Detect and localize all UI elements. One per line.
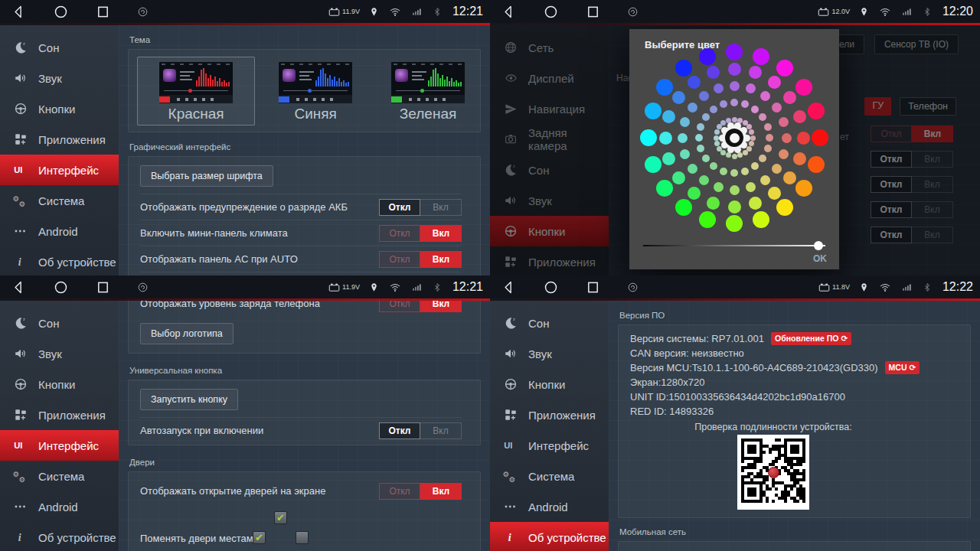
color-dot[interactable] xyxy=(768,187,781,200)
sidebar-item-info[interactable]: iОб устройстве xyxy=(0,246,119,276)
color-dot[interactable] xyxy=(688,187,701,200)
sidebar-item-steering[interactable]: Кнопки xyxy=(0,93,119,124)
sidebar-item-moon[interactable]: zСон xyxy=(0,32,119,63)
theme-card-selected[interactable]: Красная xyxy=(137,57,255,126)
home-button[interactable] xyxy=(543,4,559,20)
color-dot[interactable] xyxy=(793,110,806,123)
app-icon[interactable] xyxy=(137,282,149,293)
sidebar-item-speaker[interactable]: Звук xyxy=(0,338,119,369)
color-dot[interactable] xyxy=(797,132,810,145)
color-dot[interactable] xyxy=(782,133,792,143)
color-dot[interactable] xyxy=(759,155,766,162)
color-dot[interactable] xyxy=(783,91,796,104)
color-dot[interactable] xyxy=(702,155,710,162)
sidebar-item-ui[interactable]: UIИнтерфейс xyxy=(0,155,119,185)
sidebar-item-gears[interactable]: ⚙⚙Система xyxy=(0,461,119,491)
home-button[interactable] xyxy=(53,279,69,295)
software-update-button[interactable]: Обновление ПО⟳ xyxy=(771,332,851,345)
color-dot[interactable] xyxy=(699,211,716,228)
color-dot[interactable] xyxy=(749,129,754,135)
color-dot[interactable] xyxy=(751,162,759,170)
color-dot[interactable] xyxy=(793,152,806,165)
toggle-off-button[interactable]: Откл xyxy=(379,301,420,312)
toggle-on-button[interactable]: Вкл xyxy=(420,422,462,439)
color-dot[interactable] xyxy=(746,182,756,192)
sidebar-item-apps[interactable]: Приложения xyxy=(0,399,119,430)
color-dot[interactable] xyxy=(662,110,675,123)
recents-button[interactable] xyxy=(585,4,601,20)
color-dot[interactable] xyxy=(659,132,672,145)
color-dot[interactable] xyxy=(672,91,685,104)
color-dot[interactable] xyxy=(783,171,796,184)
color-dot[interactable] xyxy=(726,44,743,60)
color-dot[interactable] xyxy=(695,134,703,142)
color-dot[interactable] xyxy=(672,171,685,184)
sidebar-item-moon[interactable]: zСон xyxy=(0,308,119,338)
color-dot[interactable] xyxy=(753,48,769,65)
font-size-button[interactable]: Выбрать размер шрифта xyxy=(140,165,273,187)
sidebar-item-ui[interactable]: UIИнтерфейс xyxy=(490,430,609,461)
back-button[interactable] xyxy=(501,279,517,295)
color-dot[interactable] xyxy=(699,48,716,65)
toggle-off-button[interactable]: Откл xyxy=(379,483,420,500)
color-dot[interactable] xyxy=(768,76,781,89)
color-dot[interactable] xyxy=(662,152,675,165)
color-dot[interactable] xyxy=(760,91,770,101)
sidebar-item-apps[interactable]: Приложения xyxy=(0,124,119,155)
color-dot[interactable] xyxy=(779,149,789,159)
color-dot[interactable] xyxy=(779,117,789,127)
toggle-off-button[interactable]: Откл xyxy=(379,225,420,242)
recents-button[interactable] xyxy=(585,279,601,295)
color-dot[interactable] xyxy=(741,168,749,175)
color-dot[interactable] xyxy=(702,113,710,121)
home-button[interactable] xyxy=(53,4,69,20)
color-dot[interactable] xyxy=(776,199,793,216)
sidebar-item-dots[interactable]: Android xyxy=(0,491,119,522)
color-dot[interactable] xyxy=(730,81,740,91)
color-dot[interactable] xyxy=(656,79,673,96)
color-dot[interactable] xyxy=(760,175,770,185)
sidebar-item-info[interactable]: iОб устройстве xyxy=(0,522,119,551)
color-dot[interactable] xyxy=(732,117,737,122)
sidebar-item-dots[interactable]: Android xyxy=(0,216,119,246)
sidebar-item-info[interactable]: iОб устройстве xyxy=(490,522,609,551)
color-dot[interactable] xyxy=(749,66,762,79)
color-dot[interactable] xyxy=(656,180,673,197)
color-dot[interactable] xyxy=(764,145,772,152)
color-dot[interactable] xyxy=(680,149,690,159)
color-dot[interactable] xyxy=(764,123,772,131)
toggle-on-button[interactable]: Вкл xyxy=(420,225,462,242)
color-dot[interactable] xyxy=(720,168,727,175)
color-dot[interactable] xyxy=(714,129,720,135)
color-dot[interactable] xyxy=(753,211,769,228)
back-button[interactable] xyxy=(11,279,27,295)
color-dot[interactable] xyxy=(714,83,724,93)
sidebar-item-speaker[interactable]: Звук xyxy=(0,63,119,93)
color-dot[interactable] xyxy=(720,100,727,108)
color-dot[interactable] xyxy=(688,164,697,174)
color-dot[interactable] xyxy=(710,162,717,170)
color-dot[interactable] xyxy=(766,134,773,142)
color-dot[interactable] xyxy=(728,201,741,214)
door-checkbox-front[interactable]: ✔ xyxy=(274,511,287,524)
recents-button[interactable] xyxy=(95,279,111,295)
door-checkbox-left[interactable]: ✔ xyxy=(253,531,266,544)
color-dot[interactable] xyxy=(640,129,657,146)
sidebar-item-steering[interactable]: Кнопки xyxy=(490,369,609,399)
back-button[interactable] xyxy=(501,4,517,20)
color-dot[interactable] xyxy=(714,182,724,192)
back-button[interactable] xyxy=(11,4,27,20)
color-dot[interactable] xyxy=(728,63,741,76)
color-dot[interactable] xyxy=(699,91,709,101)
color-dot[interactable] xyxy=(741,100,749,108)
color-dot[interactable] xyxy=(795,180,812,197)
color-dot[interactable] xyxy=(714,141,720,146)
color-dot[interactable] xyxy=(749,197,762,210)
color-dot[interactable] xyxy=(726,215,743,232)
sidebar-item-speaker[interactable]: Звук xyxy=(490,338,609,369)
color-dot[interactable] xyxy=(808,103,825,119)
color-dot[interactable] xyxy=(707,66,720,79)
color-dot[interactable] xyxy=(678,133,688,143)
toggle-on-button[interactable]: Вкл xyxy=(420,251,462,268)
ok-button[interactable]: OK xyxy=(813,253,827,264)
